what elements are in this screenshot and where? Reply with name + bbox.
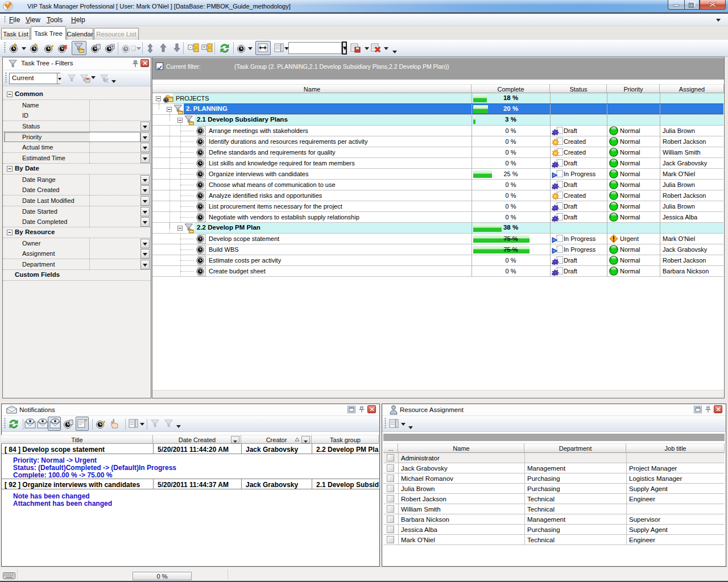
svg-text:-: - bbox=[190, 44, 192, 50]
svg-text:+: + bbox=[202, 44, 205, 50]
